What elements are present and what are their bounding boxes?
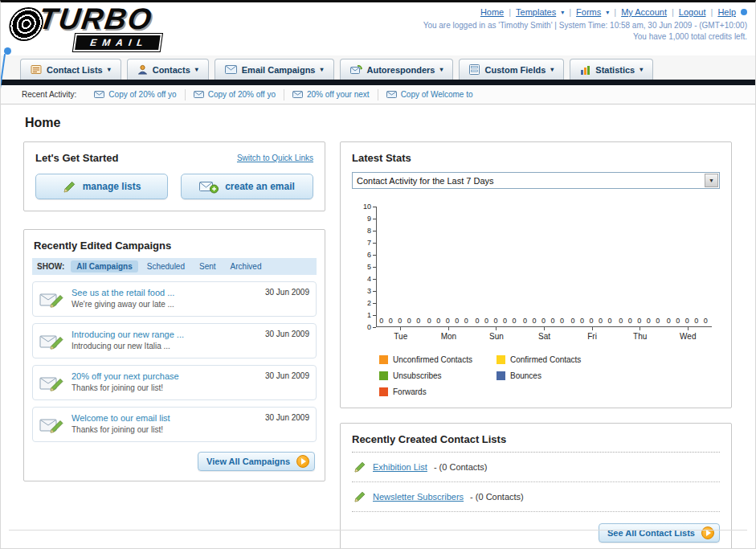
campaign-subtitle: Thanks for joining our list!	[72, 425, 259, 434]
recent-activity-bar: Recent Activity: Copy of 20% off yo Copy…	[1, 85, 755, 104]
contact-list-item[interactable]: Exhibition List - (0 Contacts)	[352, 453, 720, 482]
link-logout[interactable]: Logout	[679, 7, 706, 17]
chart-y-axis: 109876543210	[352, 207, 376, 327]
custom-fields-icon	[469, 64, 480, 75]
chevron-down-icon: ▾	[439, 66, 443, 73]
campaign-date: 30 Jun 2009	[265, 413, 309, 422]
legend-item: Confirmed Contacts	[497, 355, 614, 364]
link-templates[interactable]: Templates	[516, 7, 556, 17]
envelope-pencil-icon	[39, 288, 65, 310]
recently-edited-campaigns-panel: Recently Edited Campaigns SHOW: All Camp…	[23, 229, 325, 481]
chart-value-labels: 0 0 0 0 0	[523, 317, 566, 326]
campaign-date: 30 Jun 2009	[265, 371, 309, 380]
recent-activity-item[interactable]: 20% off your next	[284, 89, 378, 100]
campaign-list-item[interactable]: See us at the retail food ... We're givi…	[32, 281, 317, 317]
contact-list-count: - (0 Contacts)	[470, 492, 524, 502]
view-all-campaigns-button[interactable]: View All Campaigns	[198, 452, 315, 471]
chevron-down-icon: ▾	[561, 9, 564, 16]
campaign-subtitle: We're giving away our late ...	[72, 300, 259, 309]
campaign-title-link[interactable]: Introducing our new range ...	[72, 330, 259, 339]
get-started-title: Let's Get Started	[35, 152, 119, 164]
legend-swatch	[497, 355, 505, 364]
campaign-title-link[interactable]: 20% off your next purchase	[72, 371, 259, 381]
main-content: Home Let's Get Started Switch to Quick L…	[1, 104, 755, 549]
chart-bar-group: 0 0 0 0 0	[616, 207, 664, 326]
left-column: Let's Get Started Switch to Quick Links …	[23, 141, 325, 481]
link-separator: |	[672, 7, 674, 17]
recent-activity-item[interactable]: Copy of 20% off yo	[86, 89, 185, 100]
nav-tab-statistics[interactable]: Statistics▾	[570, 59, 653, 80]
link-separator: |	[614, 7, 616, 17]
recent-activity-text: 20% off your next	[307, 90, 370, 99]
legend-item: Forwards	[379, 387, 497, 396]
recent-activity-item[interactable]: Copy of 20% off yo	[186, 89, 284, 100]
chart-value-labels: 0 0 0 0 0	[427, 317, 470, 326]
envelope-pencil-icon	[39, 330, 65, 352]
turbo-email-logo[interactable]: TURBO EMAIL	[6, 4, 167, 51]
chart-bar-group: 0 0 0 0 0	[521, 207, 569, 326]
nav-tab-label: Statistics	[595, 65, 635, 75]
pencil-icon	[353, 490, 366, 503]
link-separator: |	[509, 7, 511, 17]
recent-activity-text: Copy of Welcome to	[401, 90, 473, 99]
link-home[interactable]: Home	[480, 7, 504, 17]
x-axis-tick-label: Fri	[568, 327, 616, 341]
tab-sent[interactable]: Sent	[194, 260, 222, 272]
chart-x-axis: TueMonSunSatFriThuWed	[377, 327, 712, 341]
blue-dot-icon	[741, 9, 747, 15]
chart-plot: 0 0 0 0 00 0 0 0 00 0 0 0 00 0 0 0 00 0 …	[376, 207, 712, 327]
switch-quick-links-link[interactable]: Switch to Quick Links	[237, 154, 313, 162]
envelope-pencil-icon	[39, 371, 65, 394]
tab-scheduled[interactable]: Scheduled	[141, 260, 190, 272]
manage-lists-button[interactable]: manage lists	[35, 174, 168, 199]
arrow-right-icon	[296, 455, 309, 468]
chart-value-labels: 0 0 0 0 0	[379, 317, 422, 326]
link-help[interactable]: Help	[717, 7, 736, 17]
see-all-contact-lists-button[interactable]: See All Contact Lists	[599, 523, 720, 543]
stats-period-select[interactable]: Contact Activity for the Last 7 Days ▼	[352, 172, 720, 189]
contact-list-link[interactable]: Exhibition List	[373, 462, 427, 472]
credits-info: You have 1,000 total credits left.	[423, 32, 747, 41]
contact-lists-panel-title: Recently Created Contact Lists	[352, 433, 720, 453]
recent-activity-text: Copy of 20% off yo	[208, 90, 276, 99]
campaign-title-link[interactable]: See us at the retail food ...	[72, 288, 259, 297]
nav-tab-custom-fields[interactable]: Custom Fields▾	[459, 59, 564, 80]
chart-bar-group: 0 0 0 0 0	[472, 207, 521, 326]
tab-archived[interactable]: Archived	[225, 260, 268, 272]
nav-tab-email-campaigns[interactable]: Email Campaigns▾	[215, 59, 334, 80]
campaign-list-item[interactable]: Welcome to our email list Thanks for joi…	[32, 407, 317, 442]
tab-all-campaigns[interactable]: All Campaigns	[71, 260, 137, 272]
nav-divider-bar	[1, 80, 755, 85]
app-window: TURBO EMAIL Home| Templates▾| Forms▾| My…	[0, 0, 756, 549]
pencil-icon	[353, 461, 366, 473]
create-email-button[interactable]: create an email	[181, 174, 313, 199]
email-campaigns-icon	[225, 65, 237, 74]
envelope-icon	[292, 91, 303, 98]
campaign-title-link[interactable]: Welcome to our email list	[72, 413, 259, 423]
chart-legend: Unconfirmed ContactsConfirmed ContactsUn…	[379, 355, 720, 396]
chevron-down-icon: ▾	[108, 66, 111, 73]
envelope-icon	[94, 91, 104, 98]
x-axis-tick-label: Tue	[377, 327, 425, 341]
recent-activity-item[interactable]: Copy of Welcome to	[378, 89, 481, 100]
contact-list-link[interactable]: Newsletter Subscribers	[373, 492, 464, 502]
link-my-account[interactable]: My Account	[621, 7, 667, 17]
show-label: SHOW:	[37, 262, 64, 271]
link-separator: |	[569, 7, 571, 17]
campaign-filter-tabs: SHOW: All Campaigns Scheduled Sent Archi…	[32, 258, 317, 275]
x-axis-tick-label: Sun	[472, 327, 521, 341]
chart-bar-group: 0 0 0 0 0	[425, 207, 473, 326]
contact-list-item[interactable]: Newsletter Subscribers - (0 Contacts)	[352, 482, 720, 512]
campaigns-panel-title: Recently Edited Campaigns	[24, 230, 325, 258]
chevron-down-icon: ▾	[195, 66, 198, 73]
create-email-label: create an email	[225, 181, 295, 192]
logo-word-email: EMAIL	[73, 34, 162, 51]
nav-tab-contacts[interactable]: Contacts▾	[127, 59, 209, 80]
campaign-list-item[interactable]: Introducing our new range ... Introducin…	[32, 323, 317, 358]
link-forms[interactable]: Forms	[576, 7, 601, 17]
nav-tab-autoresponders[interactable]: Autoresponders▾	[340, 59, 454, 80]
legend-item: Bounces	[497, 371, 614, 380]
nav-tab-contact-lists[interactable]: Contact Lists▾	[20, 59, 121, 80]
campaign-list-item[interactable]: 20% off your next purchase Thanks for jo…	[32, 365, 317, 400]
legend-swatch	[497, 371, 505, 380]
